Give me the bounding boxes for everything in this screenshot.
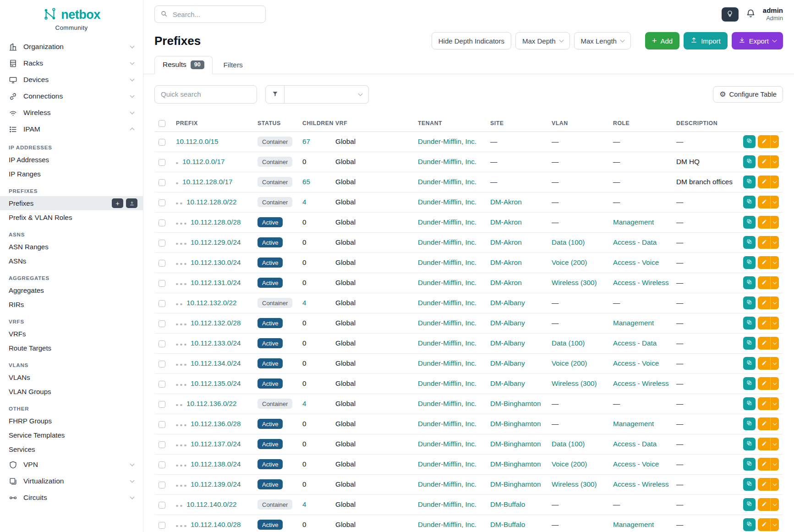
tenant-link[interactable]: Dunder-Mifflin, Inc. [418,299,476,307]
row-checkbox[interactable] [159,482,165,488]
prefix-link[interactable]: 10.112.140.0/28 [191,521,241,528]
sidebar-item-asns[interactable]: ASNs [0,254,143,268]
prefix-link[interactable]: 10.112.133.0/24 [191,339,241,347]
edit-button[interactable] [758,196,770,208]
clone-button[interactable] [743,458,756,471]
edit-dropdown-button[interactable] [770,216,779,229]
column-header-site[interactable]: SITE [486,115,548,132]
hide-depth-indicators-button[interactable]: Hide Depth Indicators [432,32,511,49]
tenant-link[interactable]: Dunder-Mifflin, Inc. [418,440,476,448]
column-header-children[interactable]: CHILDREN [298,115,331,132]
prefix-link[interactable]: 10.112.136.0/28 [191,420,241,428]
prefix-link[interactable]: 10.112.138.0/24 [191,460,241,468]
site-link[interactable]: DM-Binghamton [490,480,541,488]
row-checkbox[interactable] [159,340,165,347]
filter-button[interactable] [265,85,285,104]
tenant-link[interactable]: Dunder-Mifflin, Inc. [418,279,476,286]
tenant-link[interactable]: Dunder-Mifflin, Inc. [418,198,476,206]
clone-button[interactable] [743,135,756,148]
clone-button[interactable] [743,276,756,289]
role-link[interactable]: Access - Data [613,440,657,448]
sidebar-item-virtualization[interactable]: Virtualization [0,473,143,489]
prefix-link[interactable]: 10.112.128.0/28 [191,218,241,226]
prefix-link[interactable]: 10.112.134.0/24 [191,359,241,367]
edit-button[interactable] [758,337,770,350]
max-length-dropdown[interactable]: Max Length [574,32,631,49]
edit-dropdown-button[interactable] [770,135,779,148]
sidebar-item-service-templates[interactable]: Service Templates [0,428,143,442]
edit-button[interactable] [758,397,770,410]
prefix-link[interactable]: 10.112.135.0/24 [191,379,241,387]
edit-dropdown-button[interactable] [770,176,779,188]
prefix-link[interactable]: 10.112.132.0/22 [186,299,236,307]
tenant-link[interactable]: Dunder-Mifflin, Inc. [418,500,476,508]
clone-button[interactable] [743,296,756,309]
tenant-link[interactable]: Dunder-Mifflin, Inc. [418,238,476,246]
site-link[interactable]: DM-Binghamton [490,440,541,448]
clone-button[interactable] [743,417,756,430]
sidebar-item-prefix-vlan-roles[interactable]: Prefix & VLAN Roles [0,210,143,225]
edit-button[interactable] [758,458,770,471]
row-checkbox[interactable] [159,441,165,448]
children-count-link[interactable]: 65 [302,178,310,186]
tenant-link[interactable]: Dunder-Mifflin, Inc. [418,460,476,468]
import-button[interactable]: Import [684,32,728,49]
tenant-link[interactable]: Dunder-Mifflin, Inc. [418,258,476,266]
prefix-link[interactable]: 10.112.128.0/22 [186,198,236,206]
prefix-link[interactable]: 10.112.139.0/24 [191,480,241,488]
row-checkbox[interactable] [159,320,165,327]
tenant-link[interactable]: Dunder-Mifflin, Inc. [418,359,476,367]
select-all-checkbox[interactable] [159,120,165,127]
edit-dropdown-button[interactable] [770,296,779,309]
sidebar-item-prefixes[interactable]: Prefixes+ [0,196,143,210]
clone-button[interactable] [743,397,756,410]
site-link[interactable]: DM-Akron [490,218,522,226]
prefix-link[interactable]: 10.112.129.0/24 [191,238,241,246]
user-menu[interactable]: admin Admin [763,6,783,22]
clone-button[interactable] [743,317,756,329]
column-header-tenant[interactable]: TENANT [414,115,486,132]
edit-dropdown-button[interactable] [770,317,779,329]
prefix-link[interactable]: 10.112.137.0/24 [191,440,241,448]
site-link[interactable]: DM-Albany [490,359,525,367]
global-search-input[interactable] [172,10,260,19]
clone-button[interactable] [743,155,756,168]
edit-dropdown-button[interactable] [770,357,779,370]
sidebar-item-rirs[interactable]: RIRs [0,297,143,312]
site-link[interactable]: DM-Albany [490,319,525,327]
sidebar-item-connections[interactable]: Connections [0,88,143,104]
tab-filters[interactable]: Filters [215,56,251,74]
site-link[interactable]: DM-Binghamton [490,400,541,407]
role-link[interactable]: Access - Wireless [613,279,669,286]
edit-dropdown-button[interactable] [770,438,779,450]
clone-button[interactable] [743,478,756,491]
sidebar-item-ip-addresses[interactable]: IP Addresses [0,153,143,167]
vlan-link[interactable]: Wireless (300) [552,379,597,387]
vlan-link[interactable]: Data (100) [552,238,585,246]
edit-button[interactable] [758,417,770,430]
clone-button[interactable] [743,377,756,390]
column-header-prefix[interactable]: PREFIX [172,115,253,132]
vlan-link[interactable]: Wireless (300) [552,480,597,488]
sidebar-item-vpn[interactable]: VPN [0,456,143,473]
row-checkbox[interactable] [159,361,165,367]
row-checkbox[interactable] [159,381,165,388]
prefix-link[interactable]: 10.112.131.0/24 [191,279,241,286]
prefix-link[interactable]: 10.112.128.0/17 [182,178,232,186]
vlan-link[interactable]: Wireless (300) [552,279,597,286]
sidebar-item-vlan-groups[interactable]: VLAN Groups [0,384,143,399]
row-checkbox[interactable] [159,219,165,226]
tenant-link[interactable]: Dunder-Mifflin, Inc. [418,178,476,186]
site-link[interactable]: DM-Buffalo [490,500,525,508]
edit-button[interactable] [758,155,770,168]
tenant-link[interactable]: Dunder-Mifflin, Inc. [418,319,476,327]
role-link[interactable]: Access - Data [613,339,657,347]
site-link[interactable]: DM-Akron [490,198,522,206]
edit-button[interactable] [758,276,770,289]
edit-dropdown-button[interactable] [770,498,779,511]
clone-button[interactable] [743,438,756,450]
configure-table-button[interactable]: ⚙ Configure Table [713,86,783,103]
role-link[interactable]: Management [613,420,654,428]
role-link[interactable]: Management [613,521,654,528]
vlan-link[interactable]: Data (100) [552,440,585,448]
